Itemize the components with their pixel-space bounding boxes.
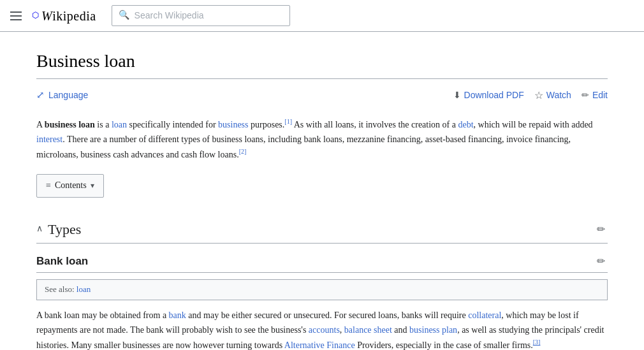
collateral-link[interactable]: collateral [468, 310, 501, 320]
page-title: Business loan [36, 47, 608, 79]
action-right-buttons: ⬇ Download PDF ☆ Watch ✏ Edit [453, 89, 608, 101]
cite-1[interactable]: [1] [284, 118, 292, 125]
accounts-link[interactable]: accounts [309, 325, 340, 335]
search-icon: 🔍 [119, 8, 129, 22]
watch-button[interactable]: ☆ Watch [534, 89, 571, 101]
contents-label: Contents [55, 179, 87, 193]
star-icon: ☆ [534, 89, 543, 101]
search-form: 🔍 [112, 5, 290, 26]
wikipedia-logo[interactable]: ⬡ Wikipedia [32, 6, 96, 26]
business-loan-bold: business loan [45, 119, 95, 129]
action-bar: ⤢ Language ⬇ Download PDF ☆ Watch ✏ Edit [36, 89, 608, 106]
cite-2[interactable]: [2] [239, 148, 247, 155]
language-icon: ⤢ [36, 89, 45, 101]
interest-link[interactable]: interest [36, 135, 62, 144]
language-button[interactable]: ⤢ Language [36, 89, 88, 101]
types-section: ∧ Types ✏ Bank loan ✏ See also: loan A b… [36, 218, 608, 350]
loan-link[interactable]: loan [112, 119, 127, 129]
types-heading: ∧ Types [36, 218, 81, 240]
balance-sheet-link[interactable]: balance sheet [344, 325, 392, 335]
see-also-box: See also: loan [36, 279, 608, 300]
edit-button[interactable]: ✏ Edit [582, 90, 608, 100]
contents-list-icon: ≡ [46, 179, 51, 193]
debt-link[interactable]: debt [458, 119, 473, 129]
cite-3[interactable]: [3] [533, 339, 541, 346]
contents-box[interactable]: ≡ Contents ▾ [36, 174, 104, 197]
download-pdf-button[interactable]: ⬇ Download PDF [453, 90, 524, 100]
pencil-icon: ✏ [582, 90, 589, 100]
search-input[interactable] [135, 10, 283, 20]
business-link[interactable]: business [218, 119, 248, 129]
language-label: Language [48, 90, 88, 100]
intro-paragraph: A business loan is a loan specifically i… [36, 117, 608, 162]
types-section-header: ∧ Types ✏ [36, 218, 608, 244]
contents-chevron-icon: ▾ [91, 180, 94, 192]
wikipedia-wordmark: Wikipedia [41, 6, 96, 26]
types-edit-button[interactable]: ✏ [594, 222, 608, 237]
bank-loan-heading: Bank loan [36, 252, 88, 270]
download-icon: ⬇ [453, 90, 461, 100]
collapse-icon[interactable]: ∧ [36, 222, 43, 236]
bank-loan-subsection: Bank loan ✏ See also: loan A bank loan m… [36, 252, 608, 350]
see-also-loan-link[interactable]: loan [77, 284, 91, 294]
bank-link[interactable]: bank [169, 310, 186, 320]
see-also-label: See also: [45, 284, 75, 294]
bank-loan-para-1: A bank loan may be obtained from a bank … [36, 308, 608, 350]
bank-loan-header: Bank loan ✏ [36, 252, 608, 273]
alternative-finance-link[interactable]: Alternative Finance [284, 340, 355, 350]
business-plan-link[interactable]: business plan [409, 325, 457, 335]
hamburger-menu-icon[interactable] [10, 11, 22, 20]
bank-loan-edit-button[interactable]: ✏ [594, 254, 608, 268]
